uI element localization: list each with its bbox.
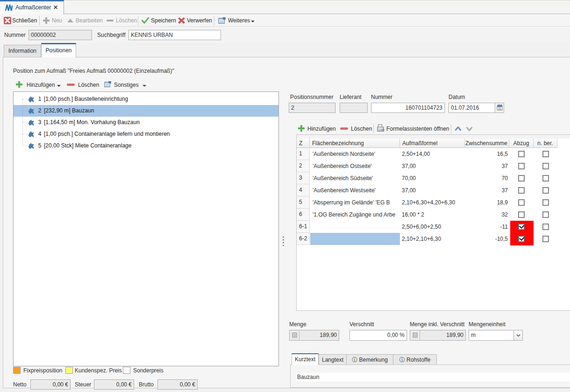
svg-text:31: 31 [498, 107, 502, 110]
